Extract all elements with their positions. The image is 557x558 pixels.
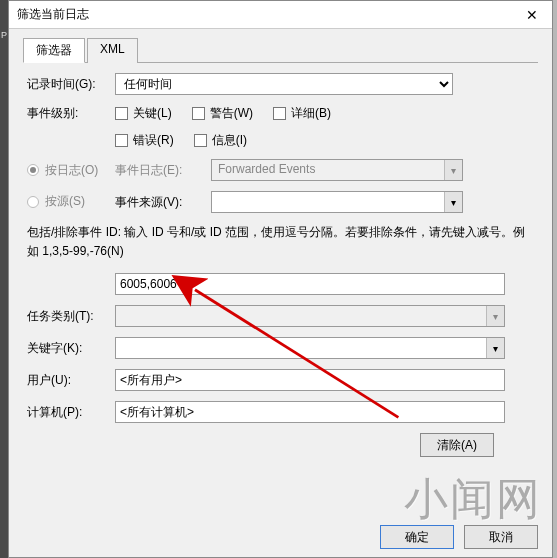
ok-button[interactable]: 确定 [380,525,454,549]
check-info[interactable]: 信息(I) [194,132,247,149]
label-task: 任务类别(T): [27,308,115,325]
background-app-strip: P [0,0,8,558]
label-event-source: 事件来源(V): [115,194,191,211]
filter-dialog: 筛选当前日志 ✕ 筛选器 XML 记录时间(G): 任何时间 事件级别: 关 [8,0,553,558]
label-computer: 计算机(P): [27,404,115,421]
check-warning[interactable]: 警告(W) [192,105,253,122]
keywords-combo[interactable]: ▾ [115,337,505,359]
checkbox-icon [115,107,128,120]
id-help-text: 包括/排除事件 ID: 输入 ID 号和/或 ID 范围，使用逗号分隔。若要排除… [27,223,534,261]
dialog-body: 筛选器 XML 记录时间(G): 任何时间 事件级别: 关键(L) 警告(W) … [9,29,552,519]
label-keywords: 关键字(K): [27,340,115,357]
checkbox-icon [115,134,128,147]
close-button[interactable]: ✕ [512,1,552,29]
label-user: 用户(U): [27,372,115,389]
computer-input[interactable] [115,401,505,423]
radio-by-log: 按日志(O) [27,162,98,179]
titlebar: 筛选当前日志 ✕ [9,1,552,29]
form-area: 记录时间(G): 任何时间 事件级别: 关键(L) 警告(W) 详细(B) [23,73,538,457]
label-level: 事件级别: [27,105,115,122]
radio-icon [27,164,39,176]
tab-filter[interactable]: 筛选器 [23,38,85,63]
tab-xml[interactable]: XML [87,38,138,63]
radio-by-source: 按源(S) [27,193,85,210]
close-icon: ✕ [526,7,538,23]
event-log-combo: Forwarded Events ▾ [211,159,463,181]
chevron-down-icon: ▾ [444,160,462,180]
cancel-button[interactable]: 取消 [464,525,538,549]
label-logged: 记录时间(G): [27,76,115,93]
window-title: 筛选当前日志 [17,6,89,23]
dialog-footer: 确定 取消 [9,519,552,557]
checkbox-icon [273,107,286,120]
user-input[interactable] [115,369,505,391]
task-combo: ▾ [115,305,505,327]
chevron-down-icon: ▾ [486,338,504,358]
chevron-down-icon: ▾ [486,306,504,326]
tab-bar: 筛选器 XML [23,37,538,63]
checkbox-icon [194,134,207,147]
label-event-log: 事件日志(E): [115,162,191,179]
checkbox-icon [192,107,205,120]
radio-icon [27,196,39,208]
event-source-combo[interactable]: ▾ [211,191,463,213]
check-verbose[interactable]: 详细(B) [273,105,331,122]
clear-button[interactable]: 清除(A) [420,433,494,457]
check-error[interactable]: 错误(R) [115,132,174,149]
check-critical[interactable]: 关键(L) [115,105,172,122]
chevron-down-icon: ▾ [444,192,462,212]
event-id-input[interactable] [115,273,505,295]
logged-time-select[interactable]: 任何时间 [115,73,453,95]
